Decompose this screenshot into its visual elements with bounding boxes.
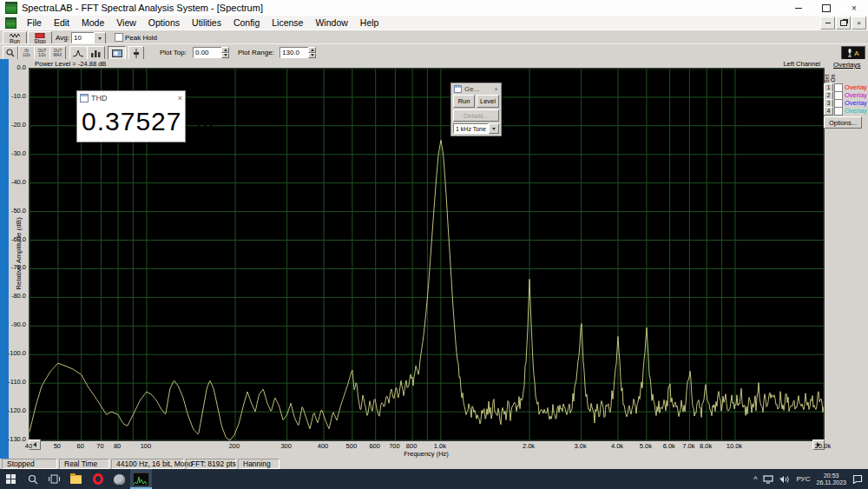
menu-view[interactable]: View	[110, 16, 142, 30]
x-tick-label: 200	[220, 442, 249, 450]
overlay-4-label: Overlay 4	[845, 107, 868, 115]
menu-edit[interactable]: Edit	[48, 16, 76, 30]
thd-dialog[interactable]: THD × 0.37527 %	[76, 90, 186, 142]
taskbar-app-button-6[interactable]	[108, 469, 130, 489]
generator-signal-dropdown[interactable]	[489, 123, 499, 134]
peak-hold-checkbox[interactable]	[115, 33, 123, 42]
avg-label: Avg:	[56, 34, 69, 42]
slider-icon	[134, 49, 139, 58]
zoom-tool-button[interactable]	[3, 46, 18, 60]
taskbar-search-button[interactable]	[22, 469, 43, 489]
generator-dialog-titlebar[interactable]: Ge... ×	[451, 83, 501, 94]
thd-close-button[interactable]: ×	[178, 94, 182, 102]
menu-options[interactable]: Options	[142, 16, 186, 30]
status-sample-format: 44100 Hz, 16 bit, Mono	[111, 459, 184, 469]
y-tick-label: -80.0	[11, 293, 26, 300]
line-plot-button[interactable]	[69, 46, 88, 60]
overlays-set-column-label: Set	[824, 69, 830, 83]
spectrum-panel: Power Level = -24.88 dB Left Channel Rel…	[9, 59, 868, 459]
minimize-icon	[795, 8, 802, 9]
taskbar-clock[interactable]: 20:53 26.11.2023	[816, 472, 846, 486]
mdi-minimize-icon	[825, 23, 831, 23]
input-monitor-letter: A	[854, 50, 858, 57]
clock-date: 26.11.2023	[816, 479, 846, 486]
overlay-1-label: Overlay 1	[845, 83, 868, 91]
thd-dialog-titlebar[interactable]: THD ×	[77, 91, 185, 104]
zoom-out-max-button[interactable]: OUTMAX	[49, 46, 66, 60]
menu-file[interactable]: File	[21, 16, 48, 30]
opera-icon	[93, 473, 103, 485]
display-icon	[112, 50, 122, 57]
mdi-minimize-button[interactable]	[820, 17, 835, 30]
menu-help[interactable]: Help	[354, 16, 385, 30]
tray-chevron-icon[interactable]: ^	[753, 475, 757, 484]
mdi-restore-button[interactable]	[836, 17, 851, 30]
x-tick-label: 80	[102, 442, 132, 450]
display-mode-button[interactable]	[108, 46, 126, 60]
close-button[interactable]: ×	[840, 0, 868, 16]
x-tick-label: 1.0k	[425, 442, 455, 450]
spin-up-icon	[311, 49, 314, 51]
thd-value: 0.37527 %	[77, 104, 185, 139]
input-monitor-button[interactable]: A	[841, 46, 865, 60]
overlays-options-button[interactable]: Options...	[824, 116, 862, 129]
plot-top-input[interactable]: 0.00	[193, 47, 224, 58]
mdi-close-button[interactable]: ×	[852, 17, 866, 30]
status-bar: Stopped Real Time 44100 Hz, 16 bit, Mono…	[0, 459, 868, 469]
overlay-4-checkbox[interactable]	[834, 107, 843, 116]
spin-down-icon	[224, 54, 227, 56]
volume-icon[interactable]	[779, 475, 790, 484]
status-window-function: Hanning	[238, 459, 279, 469]
spin-down-icon	[311, 54, 314, 56]
plot-range-spinner[interactable]	[308, 47, 316, 58]
system-tray: ^ РУС 20:53 26.11.2023	[753, 472, 868, 486]
overlays-header: Overlays	[833, 61, 861, 69]
x-tick-label: 8.0k	[691, 442, 720, 450]
thd-dialog-title: THD	[91, 94, 108, 102]
x-tick-label: 40	[14, 442, 43, 450]
language-indicator[interactable]: РУС	[796, 475, 810, 483]
power-level-readout: Power Level = -24.88 dB	[35, 60, 106, 68]
zoom-out-half-button[interactable]: OUT1/2x	[34, 46, 50, 60]
menu-config[interactable]: Config	[227, 16, 266, 30]
menu-license[interactable]: License	[266, 16, 309, 30]
y-tick-label: -40.0	[11, 179, 26, 186]
task-view-button[interactable]	[43, 469, 65, 489]
desktop-background-strip	[0, 59, 9, 459]
generator-signal-select[interactable]: 1 kHz Tone	[453, 123, 489, 134]
maximize-button[interactable]	[812, 0, 840, 16]
generator-run-button[interactable]: Run	[453, 95, 475, 108]
overlays-on-column-label: On	[830, 70, 836, 83]
x-tick-label: 100	[131, 442, 161, 450]
channel-label: Left Channel	[755, 60, 820, 68]
bar-plot-button[interactable]	[87, 46, 105, 60]
menu-mode[interactable]: Mode	[76, 16, 110, 30]
start-button[interactable]	[0, 469, 22, 489]
generator-dialog[interactable]: Ge... × Run Level Details... 1 kHz Tone	[450, 83, 502, 136]
generator-level-button[interactable]: Level	[477, 95, 499, 108]
generator-details-button: Details...	[453, 109, 499, 122]
plot-top-spinner[interactable]	[221, 47, 229, 58]
y-tick-label: -10.0	[11, 93, 26, 100]
spectralab-taskbar-button[interactable]	[130, 469, 152, 489]
x-tick-label: 4.0k	[602, 442, 632, 450]
y-tick-label: -110.0	[8, 379, 26, 386]
menu-utilities[interactable]: Utilities	[186, 16, 227, 30]
marker-button[interactable]	[128, 46, 144, 60]
spin-up-icon	[224, 49, 227, 51]
y-tick-label: -90.0	[11, 321, 26, 328]
overlay-3-label: Overlay 3	[845, 99, 868, 107]
menu-window[interactable]: Window	[309, 16, 353, 30]
plot-range-input[interactable]: 130.0	[279, 47, 311, 58]
overlay-4-set-button[interactable]: 4	[824, 107, 833, 116]
file-explorer-button[interactable]	[65, 469, 87, 489]
zoom-in-half-button[interactable]: IN1/2x	[18, 46, 35, 60]
notification-icon[interactable]	[852, 474, 863, 484]
overlays-panel: Overlays Set On 1 Overlay 1 2 Overlay 2 …	[823, 59, 868, 459]
generator-close-button[interactable]: ×	[494, 85, 498, 93]
minimize-button[interactable]	[785, 0, 812, 16]
network-icon[interactable]	[763, 475, 773, 484]
chevron-down-icon	[98, 37, 102, 40]
maximize-icon	[822, 4, 831, 12]
opera-browser-button[interactable]	[87, 469, 108, 489]
